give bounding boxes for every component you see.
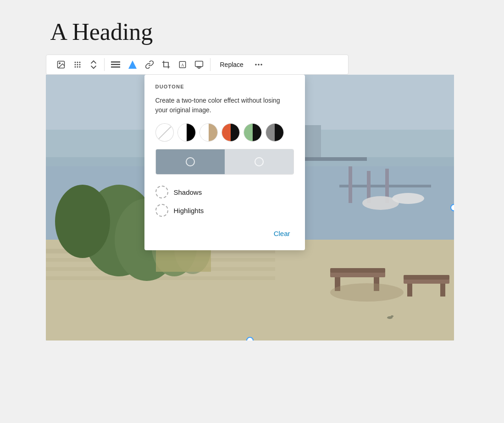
svg-rect-31 (349, 166, 352, 203)
svg-point-22 (260, 64, 262, 66)
duotone-label: DUOTONE (155, 84, 294, 89)
image-icon (56, 60, 66, 69)
swatch-orange[interactable] (222, 123, 240, 142)
svg-point-5 (74, 64, 76, 66)
svg-point-7 (79, 64, 80, 66)
highlight-color-picker[interactable] (225, 149, 294, 174)
shadows-label: Shadows (174, 188, 202, 196)
text-button[interactable]: A (175, 58, 190, 71)
svg-point-20 (255, 64, 257, 66)
highlight-color-dot (255, 157, 264, 166)
svg-marker-14 (128, 60, 137, 69)
svg-point-3 (77, 62, 78, 63)
duotone-popup: DUOTONE Create a two-tone color effect w… (144, 75, 305, 250)
highlights-label: Highlights (174, 207, 204, 214)
svg-point-8 (74, 66, 76, 68)
swatch-bw[interactable] (177, 123, 196, 142)
link-icon (145, 60, 154, 69)
svg-rect-17 (195, 61, 203, 67)
shadows-circle (155, 186, 168, 198)
toolbar-group-format: A (105, 58, 210, 71)
svg-rect-53 (407, 284, 412, 297)
page-heading: A Heading (46, 18, 459, 45)
duotone-swatches (155, 123, 294, 142)
svg-point-1 (59, 63, 60, 64)
svg-point-21 (258, 64, 260, 66)
duotone-description: Create a two-tone color effect without l… (155, 96, 294, 115)
chevron-updown-icon (89, 60, 98, 69)
svg-rect-48 (330, 268, 385, 273)
replace-button[interactable]: Replace (214, 59, 249, 71)
image-icon-button[interactable] (54, 58, 68, 71)
text-icon: A (178, 60, 187, 69)
svg-point-4 (79, 62, 80, 63)
link-button[interactable] (142, 58, 157, 71)
highlights-circle (155, 204, 168, 217)
svg-point-9 (77, 66, 78, 68)
crop-icon (161, 60, 171, 69)
color-button[interactable] (125, 58, 140, 71)
editor-container: A Heading (46, 18, 459, 341)
svg-point-10 (79, 66, 80, 68)
swatch-clear[interactable] (155, 123, 174, 142)
svg-rect-12 (111, 64, 120, 66)
crop-button[interactable] (159, 58, 173, 71)
toolbar-group-actions: Replace (210, 58, 270, 71)
swatch-darkgray[interactable] (266, 123, 284, 142)
svg-text:A: A (181, 63, 184, 67)
highlights-option[interactable]: Highlights (155, 202, 294, 219)
swatch-green[interactable] (244, 123, 262, 142)
image-block[interactable]: DUOTONE Create a two-tone color effect w… (46, 75, 454, 341)
more-options-button[interactable] (251, 58, 266, 71)
shadow-color-dot (186, 157, 195, 166)
svg-point-57 (391, 315, 393, 317)
image-toolbar: A Replace (46, 55, 349, 75)
align-button[interactable] (108, 59, 123, 71)
align-icon (111, 60, 120, 69)
swatch-tan[interactable] (199, 123, 218, 142)
svg-rect-11 (111, 61, 120, 63)
svg-point-35 (392, 193, 424, 204)
grid-icon (73, 60, 82, 69)
shadow-color-picker[interactable] (156, 149, 225, 174)
svg-rect-54 (440, 284, 445, 297)
caption-icon (194, 60, 204, 69)
svg-point-55 (330, 283, 404, 302)
svg-rect-52 (404, 275, 449, 280)
shadows-option[interactable]: Shadows (155, 184, 294, 200)
toolbar-group-media (50, 58, 104, 71)
color-picker-bar (155, 149, 294, 175)
triangle-color-icon (127, 60, 138, 70)
svg-rect-13 (111, 66, 120, 68)
svg-point-6 (77, 64, 78, 66)
svg-point-2 (74, 62, 76, 63)
move-updown-button[interactable] (87, 58, 100, 71)
caption-button[interactable] (192, 58, 206, 71)
image-block-wrapper: DUOTONE Create a two-tone color effect w… (46, 75, 454, 341)
grid-button[interactable] (70, 58, 85, 71)
more-options-icon (254, 60, 263, 69)
svg-point-42 (55, 185, 110, 258)
popup-footer: Clear (155, 228, 294, 239)
clear-button[interactable]: Clear (270, 228, 294, 239)
